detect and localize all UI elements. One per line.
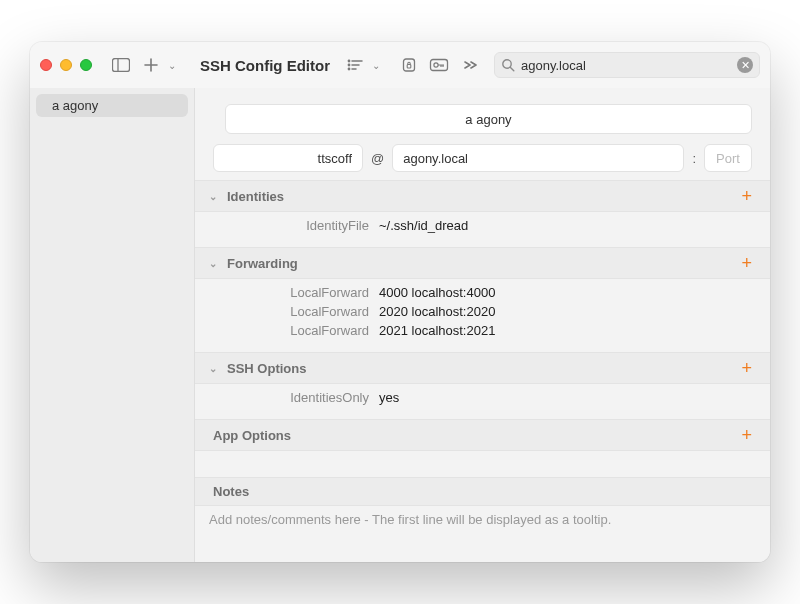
section-notes: Notes Add notes/comments here - The firs… — [195, 477, 770, 562]
new-host-menu-chevron-icon[interactable]: ⌄ — [168, 60, 176, 71]
forward-row[interactable]: LocalForward 4000 localhost:4000 — [209, 283, 756, 302]
identity-row[interactable]: IdentityFile ~/.ssh/id_dread — [209, 216, 756, 235]
kv-key: LocalForward — [209, 285, 369, 300]
host-user-input[interactable] — [213, 144, 363, 172]
search-field[interactable]: ✕ — [494, 52, 760, 78]
toolbar-overflow-button[interactable] — [458, 54, 480, 76]
section-ssh-options-header[interactable]: ⌄ SSH Options + — [195, 352, 770, 384]
forward-row[interactable]: LocalForward 2020 localhost:2020 — [209, 302, 756, 321]
notes-textarea[interactable]: Add notes/comments here - The first line… — [209, 512, 756, 562]
chevron-down-icon: ⌄ — [209, 363, 221, 374]
sort-button[interactable] — [344, 54, 366, 76]
lock-button[interactable] — [398, 54, 420, 76]
section-identities: ⌄ Identities + IdentityFile ~/.ssh/id_dr… — [195, 180, 770, 247]
sidebar-item-host[interactable]: a agony — [36, 94, 188, 117]
window-close-button[interactable] — [40, 59, 52, 71]
svg-point-6 — [348, 68, 351, 71]
titlebar: ⌄ SSH Config Editor ⌄ ✕ — [30, 42, 770, 88]
section-title: Forwarding — [227, 256, 731, 271]
kv-key: LocalForward — [209, 304, 369, 319]
svg-line-13 — [510, 67, 514, 71]
section-title: Identities — [227, 189, 731, 204]
window-body: a agony @ : ⌄ — [30, 88, 770, 562]
section-app-options-header[interactable]: App Options + — [195, 419, 770, 451]
search-icon — [501, 58, 515, 72]
app-window: ⌄ SSH Config Editor ⌄ ✕ — [30, 42, 770, 562]
section-title: Notes — [213, 484, 756, 499]
chevron-down-icon: ⌄ — [209, 258, 221, 269]
kv-key: IdentityFile — [209, 218, 369, 233]
section-notes-header: Notes — [195, 477, 770, 506]
section-ssh-options: ⌄ SSH Options + IdentitiesOnly yes — [195, 352, 770, 419]
svg-point-4 — [348, 64, 351, 67]
port-colon: : — [692, 151, 696, 166]
window-controls — [40, 59, 92, 71]
section-forwarding: ⌄ Forwarding + LocalForward 4000 localho… — [195, 247, 770, 352]
at-symbol: @ — [371, 151, 384, 166]
host-name-input[interactable] — [225, 104, 752, 134]
window-zoom-button[interactable] — [80, 59, 92, 71]
svg-rect-0 — [113, 59, 130, 72]
host-header: @ : — [195, 88, 770, 180]
window-minimize-button[interactable] — [60, 59, 72, 71]
add-app-option-button[interactable]: + — [737, 426, 756, 444]
sidebar: a agony — [30, 88, 195, 562]
add-ssh-option-button[interactable]: + — [737, 359, 756, 377]
kv-value: ~/.ssh/id_dread — [379, 218, 468, 233]
kv-value: yes — [379, 390, 399, 405]
svg-rect-9 — [407, 65, 411, 69]
kv-key: LocalForward — [209, 323, 369, 338]
kv-value: 4000 localhost:4000 — [379, 285, 495, 300]
svg-point-11 — [434, 63, 438, 67]
sidebar-toggle-button[interactable] — [110, 54, 132, 76]
section-app-options: App Options + — [195, 419, 770, 477]
search-input[interactable] — [521, 58, 731, 73]
section-identities-header[interactable]: ⌄ Identities + — [195, 180, 770, 212]
chevron-down-icon: ⌄ — [209, 191, 221, 202]
app-title: SSH Config Editor — [200, 57, 330, 74]
section-forwarding-header[interactable]: ⌄ Forwarding + — [195, 247, 770, 279]
add-identity-button[interactable]: + — [737, 187, 756, 205]
search-clear-button[interactable]: ✕ — [737, 57, 753, 73]
sidebar-item-label: a agony — [52, 98, 98, 113]
svg-point-2 — [348, 60, 351, 63]
sshopt-row[interactable]: IdentitiesOnly yes — [209, 388, 756, 407]
add-forwarding-button[interactable]: + — [737, 254, 756, 272]
sort-menu-chevron-icon[interactable]: ⌄ — [372, 60, 380, 71]
kv-key: IdentitiesOnly — [209, 390, 369, 405]
kv-value: 2020 localhost:2020 — [379, 304, 495, 319]
host-port-input[interactable] — [704, 144, 752, 172]
key-button[interactable] — [428, 54, 450, 76]
section-title: SSH Options — [227, 361, 731, 376]
forward-row[interactable]: LocalForward 2021 localhost:2021 — [209, 321, 756, 340]
kv-value: 2021 localhost:2021 — [379, 323, 495, 338]
section-title: App Options — [213, 428, 731, 443]
new-host-button[interactable] — [140, 54, 162, 76]
host-address-input[interactable] — [392, 144, 684, 172]
main-pane: @ : ⌄ Identities + IdentityFile ~/.ssh/i… — [195, 88, 770, 562]
